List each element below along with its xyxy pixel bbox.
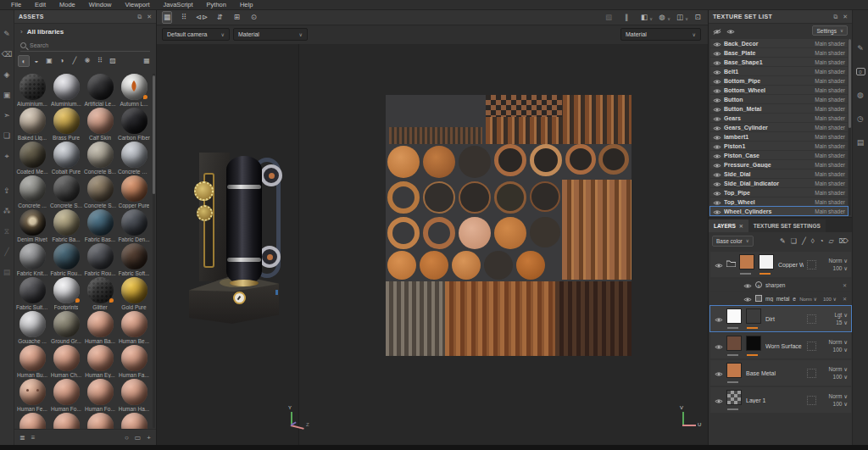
material-item[interactable]: Glitter (83, 277, 117, 311)
eraser-tool-icon[interactable]: ⌫ (2, 49, 13, 60)
material-item[interactable]: Concrete S... (83, 175, 117, 209)
layer-mask-thumbnail[interactable] (746, 308, 762, 330)
texture-set-row[interactable]: Piston_CaseMain shader (710, 151, 848, 159)
particle-tool-icon[interactable]: ⁂ (2, 206, 13, 217)
material-item[interactable]: Human Ha... (117, 379, 151, 413)
texture-set-row[interactable]: Top_PipeMain shader (710, 188, 848, 197)
layer-thumbnail[interactable] (726, 389, 743, 411)
material-item[interactable]: Artificial Le... (83, 74, 117, 108)
quick-export-icon[interactable]: ⇪ (2, 186, 13, 197)
material-picker-tool-icon[interactable]: ⌖ (2, 151, 13, 162)
layer-row[interactable]: DirtLgt ∨15 ∨ (710, 306, 851, 331)
menu-viewport[interactable]: Viewport (119, 0, 155, 10)
material-item[interactable]: Human Ba... (83, 311, 117, 345)
shader-link[interactable]: Main shader (815, 190, 845, 196)
filter-environments-icon[interactable]: ▨ (107, 55, 119, 67)
library-selector[interactable]: › All libraries (14, 24, 156, 39)
material-item[interactable]: Concrete B... (83, 142, 117, 175)
grid-view-icon[interactable]: ▦ (141, 55, 153, 67)
material-item[interactable] (83, 413, 117, 429)
material-item[interactable]: Gold Pure (117, 277, 151, 311)
shader-link[interactable]: Main shader (815, 97, 845, 103)
material-item[interactable]: Human Fe... (15, 379, 49, 413)
material-item[interactable]: Fabric Rou... (49, 243, 83, 277)
texture-set-row[interactable]: Base_Shape1Main shader (710, 58, 848, 66)
material-item[interactable]: Fabric Soft... (117, 243, 151, 277)
shader-link[interactable]: Main shader (815, 41, 845, 47)
material-item[interactable]: Baked Lig... (15, 108, 49, 142)
opacity-dropdown[interactable]: 15 ∨ (836, 319, 848, 325)
menu-file[interactable]: File (5, 0, 27, 10)
material-item[interactable]: Carbon Fiber (117, 108, 151, 142)
filter-textures-icon[interactable]: ⠿ (94, 55, 106, 67)
shading-select-left[interactable]: Material ∨ (233, 28, 308, 41)
layer-row[interactable]: Worn SurfaceNorm ∨100 ∨ (710, 333, 851, 358)
tab-layers[interactable]: LAYERS ✕ (709, 219, 748, 232)
shading-select-right[interactable]: Material ∨ (620, 28, 701, 41)
shader-link[interactable]: Main shader (815, 87, 845, 93)
material-item[interactable]: Fabric Den... (117, 209, 151, 243)
texture-set-row[interactable]: Button_MetalMain shader (710, 104, 848, 113)
opacity-dropdown[interactable]: 100 ∨ (833, 374, 848, 380)
opacity-dropdown[interactable]: 100 ∨ (823, 296, 837, 302)
layer-row[interactable]: Copper WornNorm ∨100 ∨ (710, 252, 851, 277)
texture-set-row[interactable]: Belt1Main shader (710, 67, 848, 75)
refresh-icon[interactable]: ○ (125, 434, 129, 442)
remove-effect-icon[interactable]: ✕ (843, 282, 847, 288)
layer-thumbnail[interactable] (739, 253, 755, 275)
remove-effect-icon[interactable]: ✕ (843, 296, 847, 302)
add-effect-icon[interactable]: ✎ (780, 237, 786, 245)
viewport[interactable]: ▦⠿⊲⊳⇵⊞⊙ ▧∥◧∨◍∨◫∨⊡ Default camera ∨ Mater… (157, 10, 708, 445)
opacity-dropdown[interactable]: 100 ∨ (833, 265, 848, 271)
search-input[interactable]: Search (20, 39, 150, 52)
blend-mode-dropdown[interactable]: Norm ∨ (829, 339, 848, 345)
view-3d2d-icon[interactable]: ▦ (162, 11, 172, 24)
layer-mask-thumbnail[interactable] (746, 335, 762, 357)
layer-row[interactable]: Base MetalNorm ∨100 ∨ (710, 360, 851, 386)
add-library-icon[interactable]: + (147, 434, 151, 442)
menu-window[interactable]: Window (83, 0, 118, 10)
texture-set-row[interactable]: Bottom_PipeMain shader (710, 76, 848, 85)
texture-set-row[interactable]: ButtonMain shader (710, 95, 848, 103)
material-item[interactable]: Human Ch... (49, 345, 83, 379)
compare-mask-icon[interactable]: ◧∨ (639, 12, 649, 23)
material-item[interactable]: Aluminium... (15, 74, 49, 108)
material-item[interactable]: Aluminium... (49, 74, 83, 108)
shader-link[interactable]: Main shader (815, 69, 845, 75)
add-folder-icon[interactable]: ▱ (829, 237, 834, 245)
float-panel-icon[interactable]: ⧉ (137, 14, 142, 20)
texture-set-row[interactable]: Pressure_GaugeMain shader (710, 160, 848, 169)
menu-mode[interactable]: Mode (53, 0, 81, 10)
filter-materials-icon[interactable]: ◐ (18, 55, 30, 67)
snapshot-icon[interactable]: ⊡ (693, 12, 703, 23)
material-item[interactable]: Concrete ... (15, 175, 49, 209)
delete-layer-icon[interactable]: ⌦ (839, 237, 849, 245)
shader-link[interactable]: Main shader (815, 115, 845, 121)
texture-set-row[interactable]: GearsMain shader (710, 114, 848, 122)
texture-set-row[interactable]: Top_WheelMain shader (710, 197, 848, 206)
material-item[interactable]: Cobalt Pure (49, 142, 83, 175)
texture-set-row[interactable]: Side_DialMain shader (710, 169, 848, 178)
assets-scrollbar[interactable] (153, 74, 155, 428)
resources-icon[interactable]: ▤ (2, 267, 13, 278)
material-item[interactable]: Concrete S... (49, 175, 83, 209)
filter-brushes-icon[interactable]: ╱ (69, 55, 81, 67)
shader-sphere-icon[interactable]: ◍∨ (657, 12, 667, 23)
material-item[interactable]: Fabric Rou... (83, 243, 117, 277)
layer-effect-row[interactable]: ssharpen✕ (710, 279, 851, 291)
material-item[interactable]: Fabric Ba... (49, 209, 83, 243)
menu-javascript[interactable]: JavaScript (158, 0, 199, 10)
import-resources-icon[interactable]: ≣ (19, 434, 25, 442)
float-panel-icon[interactable]: ⧉ (833, 14, 837, 20)
texture-set-row[interactable]: Gears_CylinderMain shader (710, 123, 848, 131)
clone-tool-icon[interactable]: ❏ (2, 131, 13, 142)
texture-set-row[interactable]: Back_DecorMain shader (710, 39, 848, 47)
shader-link[interactable]: Main shader (815, 50, 845, 56)
material-item[interactable]: Copper Pure (117, 175, 151, 209)
mirror-y-icon[interactable]: ⇵ (214, 12, 225, 23)
shader-link[interactable]: Main shader (815, 106, 845, 112)
material-item[interactable]: Fabric Knit... (15, 243, 49, 277)
visibility-toggle[interactable] (714, 311, 723, 326)
filter-alphas-icon[interactable]: ❋ (81, 55, 93, 67)
shader-link[interactable]: Main shader (815, 125, 845, 131)
